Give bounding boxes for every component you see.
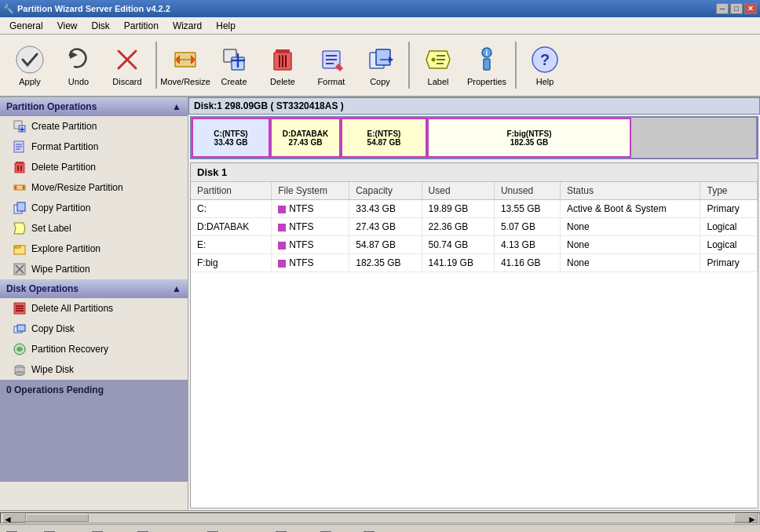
table-row[interactable]: D:DATABAK NTFS 27.43 GB 22.36 GB 5.07 GB… [191,218,758,236]
format-button[interactable]: Format [308,38,355,92]
sidebar-item-wipe-partition[interactable]: Wipe Partition [0,259,188,279]
title-bar: 🔧 Partition Wizard Server Edition v4.2.2… [0,0,760,17]
undo-button[interactable]: Undo [55,38,102,92]
svg-rect-33 [484,59,490,70]
partition-vis-d[interactable]: D:DATABAK 27.43 GB [270,118,341,158]
cell-used-2: 50.74 GB [422,236,494,254]
cell-capacity-3: 182.35 GB [349,254,422,272]
col-used: Used [422,182,494,200]
partition-vis-e[interactable]: E:(NTFS) 54.87 GB [341,118,427,158]
label-label: Label [428,77,449,86]
create-button[interactable]: Create [210,38,258,92]
sidebar-item-explore-partition[interactable]: Explore Partition [0,239,188,259]
apply-button[interactable]: Apply [6,38,53,92]
table-row[interactable]: F:big NTFS 182.35 GB 141.19 GB 41.16 GB … [191,254,758,272]
scroll-thumb[interactable] [26,514,89,522]
sidebar-item-copy-partition[interactable]: Copy Partition [0,198,188,218]
copy-button[interactable]: Copy [356,38,404,92]
delete-all-partitions-icon [13,301,27,315]
partitions-table: Partition File System Capacity Used Unus… [191,182,758,272]
copy-disk-icon [13,322,27,336]
sidebar-item-wipe-disk[interactable]: Wipe Disk [0,359,188,380]
copy-icon [364,44,396,75]
partition-vis-unalloc [631,118,757,158]
svg-rect-52 [17,202,25,211]
svg-point-67 [15,372,24,376]
svg-rect-45 [15,163,24,173]
cell-capacity-0: 33.43 GB [349,200,422,218]
status-bar: FAT FAT32 NTFS Unformatted Unallocated O… [0,524,760,532]
table-row[interactable]: E: NTFS 54.87 GB 50.74 GB 4.13 GB None L… [191,236,758,254]
col-type: Type [700,182,758,200]
sidebar-item-copy-disk[interactable]: Copy Disk [0,319,188,339]
label-button[interactable]: Label [415,38,462,92]
partition-vis-f[interactable]: F:big(NTFS) 182.35 GB [427,118,631,158]
help-icon: ? [529,44,561,75]
cell-status-3: None [561,254,700,272]
partition-vis-d-size: 27.43 GB [289,138,323,147]
move-resize-partition-label: Move/Resize Partition [31,182,123,193]
help-label: Help [536,77,554,86]
table-row[interactable]: C: NTFS 33.43 GB 19.89 GB 13.55 GB Activ… [191,200,758,218]
partition-vis-e-size: 54.87 GB [367,138,401,147]
format-icon [316,44,347,75]
title-bar-controls: ─ □ ✕ [716,3,757,14]
partition-vis-c[interactable]: C:(NTFS) 33.43 GB [192,118,270,158]
disk-header: Disk:1 298.09GB ( ST3320418AS ) [188,97,760,115]
label-icon [422,44,454,75]
move-resize-label: Move/Resize [160,77,210,86]
delete-button[interactable]: Delete [259,38,306,92]
apply-label: Apply [19,77,41,86]
close-button[interactable]: ✕ [744,3,757,14]
sidebar-item-set-label[interactable]: Set Label [0,218,188,239]
copy-disk-label: Copy Disk [31,323,75,334]
horizontal-scrollbar[interactable]: ◄ ► [0,510,760,524]
cell-unused-3: 41.16 GB [494,254,560,272]
cell-fs-3: NTFS [272,254,349,272]
sidebar-item-partition-recovery[interactable]: Partition Recovery [0,339,188,359]
cell-used-1: 22.36 GB [422,218,494,236]
maximize-button[interactable]: □ [730,3,743,14]
move-resize-partition-icon [13,180,27,195]
sidebar-item-delete-partition[interactable]: Delete Partition [0,157,188,177]
cell-fs-2: NTFS [272,236,349,254]
properties-button[interactable]: i Properties [463,38,510,92]
cell-type-0: Primary [700,200,758,218]
sidebar-item-create-partition[interactable]: Create Partition [0,116,188,137]
disk-ops-collapse-icon[interactable]: ▲ [172,283,181,294]
copy-partition-icon [13,201,27,215]
move-resize-button[interactable]: Move/Resize [162,38,209,92]
menu-disk[interactable]: Disk [86,19,116,33]
menu-partition[interactable]: Partition [118,19,165,33]
disk-header-label: Disk:1 298.09GB ( ST3320418AS ) [194,100,344,111]
scroll-left-button[interactable]: ◄ [2,513,26,523]
scroll-right-button[interactable]: ► [734,513,758,523]
sidebar-item-format-partition[interactable]: Format Partition [0,137,188,157]
menu-view[interactable]: View [51,19,84,33]
delete-icon [267,44,298,75]
content-area: Disk:1 298.09GB ( ST3320418AS ) C:(NTFS)… [188,97,760,510]
cell-unused-0: 13.55 GB [494,200,560,218]
cell-status-0: Active & Boot & System [561,200,700,218]
set-label-icon [13,221,27,235]
toolbar-separator-2 [408,42,410,89]
create-icon [218,44,250,75]
delete-partition-icon [13,160,27,174]
format-partition-icon [13,140,27,154]
partition-ops-collapse-icon[interactable]: ▲ [172,101,181,112]
sidebar-item-delete-all-partitions[interactable]: Delete All Partitions [0,298,188,319]
menu-help[interactable]: Help [210,19,242,33]
help-button[interactable]: ? Help [521,38,568,92]
copy-label: Copy [370,77,390,86]
menu-wizard[interactable]: Wizard [166,19,208,33]
sidebar-item-move-resize-partition[interactable]: Move/Resize Partition [0,177,188,198]
menu-bar: General View Disk Partition Wizard Help [0,17,760,35]
cell-unused-1: 5.07 GB [494,218,560,236]
partition-vis-f-label: F:big(NTFS) [506,129,551,138]
toolbar: Apply Undo Discard [0,35,760,97]
minimize-button[interactable]: ─ [716,3,729,14]
menu-general[interactable]: General [3,19,49,33]
svg-point-0 [16,46,43,73]
discard-button[interactable]: Discard [104,38,151,92]
svg-text:?: ? [540,51,550,68]
